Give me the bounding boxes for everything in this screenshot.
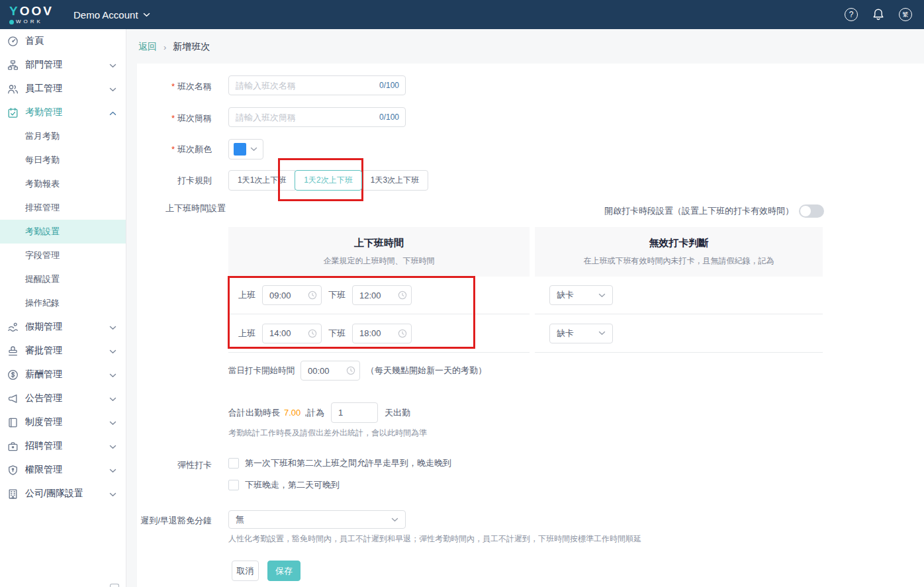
clock-icon bbox=[308, 329, 317, 338]
sidebar-item-company-settings[interactable]: 公司/團隊設置 bbox=[0, 482, 126, 506]
punch-period-toggle[interactable] bbox=[799, 204, 824, 218]
sidebar-item-attendance-settings[interactable]: 考勤設置 bbox=[0, 220, 126, 244]
total-hours-helper: 考勤統計工作時長及請假出差外出統計，會以此時間為準 bbox=[228, 428, 427, 439]
sidebar-item-announcement[interactable]: 公告管理 bbox=[0, 386, 126, 410]
back-link[interactable]: 返回 bbox=[138, 41, 157, 53]
sidebar-item-daily-attendance[interactable]: 每日考勤 bbox=[0, 148, 126, 172]
punch-rule-option-1[interactable]: 1天1次上下班 bbox=[228, 170, 295, 191]
punch-period-toggle-row: 開啟打卡時段設置（設置上下班的打卡有效時間） bbox=[490, 204, 824, 218]
account-switcher[interactable]: Demo Account bbox=[73, 9, 150, 21]
sidebar-item-payroll[interactable]: 薪酬管理 bbox=[0, 363, 126, 386]
clock-out-time-field-1[interactable] bbox=[352, 285, 412, 305]
punch-rule-option-3[interactable]: 1天3次上下班 bbox=[361, 170, 428, 191]
sidebar-item-attendance-report[interactable]: 考勤報表 bbox=[0, 172, 126, 196]
sidebar-item-label: 假期管理 bbox=[25, 321, 62, 333]
shift-color-select[interactable] bbox=[228, 139, 263, 159]
chevron-down-icon bbox=[109, 464, 116, 476]
shift-abbr-field[interactable]: 0/100 bbox=[228, 107, 406, 127]
invalid-punch-title: 無效打卡判斷 bbox=[649, 237, 709, 249]
total-hours-middle: ,計為 bbox=[304, 407, 324, 419]
cancel-button[interactable]: 取消 bbox=[232, 561, 259, 581]
yoov-work-logo: YOOV WORK bbox=[0, 5, 63, 24]
invalid-punch-column: 無效打卡判斷 在上班或下班有效時間內未打卡，且無請假紀錄，記為 缺卡 缺卡 bbox=[535, 227, 823, 353]
shift-name-counter: 0/100 bbox=[379, 81, 405, 90]
sidebar-item-permissions[interactable]: 權限管理 bbox=[0, 458, 126, 482]
punch-rule-group: 1天1次上下班 1天2次上下班 1天3次上下班 bbox=[228, 170, 428, 191]
clock-in-time-field-2[interactable] bbox=[262, 324, 322, 343]
sidebar-item-policy[interactable]: 制度管理 bbox=[0, 410, 126, 434]
logo-letter: Y bbox=[9, 4, 20, 18]
sidebar-item-recruitment[interactable]: 招聘管理 bbox=[0, 434, 126, 458]
stamp-icon bbox=[7, 345, 19, 357]
days-count-field[interactable] bbox=[331, 402, 378, 423]
work-time-section-label: 上下班時間設置 bbox=[165, 203, 226, 214]
sidebar-item-shift-management[interactable]: 排班管理 bbox=[0, 196, 126, 220]
chevron-down-icon bbox=[109, 59, 116, 71]
book-icon bbox=[7, 417, 19, 428]
clock-in-label: 上班 bbox=[238, 328, 255, 339]
day-start-hint: （每天幾點開始新一天的考勤） bbox=[366, 365, 486, 377]
chevron-down-icon bbox=[109, 321, 116, 333]
chevron-down-icon bbox=[109, 392, 116, 404]
sidebar-item-label: 制度管理 bbox=[25, 416, 62, 428]
sidebar-item-department[interactable]: 部門管理 bbox=[0, 53, 126, 77]
punch-rule-option-2-selected[interactable]: 1天2次上下班 bbox=[295, 170, 361, 191]
megaphone-icon bbox=[7, 393, 19, 404]
flexible-option-1-label: 第一次下班和第二次上班之間允許早走早到，晚走晚到 bbox=[245, 457, 451, 469]
page-title: 新增班次 bbox=[173, 41, 210, 53]
total-hours-prefix: 合計出勤時長 bbox=[228, 407, 280, 419]
language-switch-icon[interactable]: 繁 bbox=[899, 8, 912, 21]
help-icon[interactable]: ? bbox=[845, 8, 858, 21]
day-start-field[interactable] bbox=[300, 361, 360, 381]
flexible-checkbox-2[interactable] bbox=[228, 480, 239, 490]
grace-minutes-label: 遲到/早退豁免分鐘 bbox=[119, 515, 212, 527]
chevron-down-icon bbox=[391, 518, 398, 522]
sidebar-item-reminder-settings[interactable]: 提醒設置 bbox=[0, 267, 126, 291]
sidebar-item-employee[interactable]: 員工管理 bbox=[0, 77, 126, 101]
chevron-down-icon bbox=[143, 13, 150, 17]
invalid-punch-header: 無效打卡判斷 在上班或下班有效時間內未打卡，且無請假紀錄，記為 bbox=[535, 227, 823, 277]
briefcase-icon bbox=[7, 441, 19, 452]
clock-out-label: 下班 bbox=[328, 289, 346, 301]
invalid-punch-select-2[interactable]: 缺卡 bbox=[549, 324, 613, 343]
chevron-down-icon bbox=[109, 440, 116, 452]
invalid-punch-select-1[interactable]: 缺卡 bbox=[549, 285, 613, 305]
notification-bell-icon[interactable] bbox=[872, 8, 884, 21]
punch-period-toggle-label: 開啟打卡時段設置（設置上下班的打卡有效時間） bbox=[604, 205, 794, 217]
shift-name-input[interactable] bbox=[229, 76, 379, 95]
shift-abbr-input[interactable] bbox=[229, 108, 379, 126]
toggle-knob bbox=[800, 206, 811, 216]
building-icon bbox=[7, 488, 19, 500]
sidebar-item-field-management[interactable]: 字段管理 bbox=[0, 244, 126, 267]
flexible-checkbox-1[interactable] bbox=[228, 458, 239, 469]
save-button[interactable]: 保存 bbox=[267, 561, 300, 581]
day-start-row: 當日打卡開始時間 （每天幾點開始新一天的考勤） bbox=[228, 361, 486, 381]
clock-in-time-field-1[interactable] bbox=[262, 285, 322, 305]
logo-dot-icon bbox=[9, 20, 14, 24]
clock-out-time-field-2[interactable] bbox=[352, 324, 412, 343]
grace-minutes-select[interactable]: 無 bbox=[228, 510, 406, 529]
sidebar-item-label: 薪酬管理 bbox=[25, 369, 62, 381]
calendar-check-icon bbox=[7, 107, 19, 118]
time-row-2: 上班 下班 bbox=[228, 314, 530, 353]
chevron-down-icon bbox=[598, 293, 606, 298]
shift-color-label: 班次顏色 bbox=[132, 144, 212, 156]
sidebar-item-attendance[interactable]: 考勤管理 bbox=[0, 101, 126, 124]
chevron-down-icon bbox=[109, 369, 116, 381]
sidebar-item-operation-log[interactable]: 操作紀錄 bbox=[0, 291, 126, 315]
work-time-column: 上下班時間 企業規定的上班時間、下班時間 上班 下班 上班 下班 bbox=[228, 227, 530, 353]
home-icon bbox=[7, 36, 19, 47]
sidebar-item-leave[interactable]: 假期管理 bbox=[0, 315, 126, 339]
day-start-label: 當日打卡開始時間 bbox=[228, 365, 295, 377]
sidebar-item-month-attendance[interactable]: 當月考勤 bbox=[0, 124, 126, 148]
flexible-option-2-label: 下班晚走，第二天可晚到 bbox=[245, 479, 340, 491]
sidebar-item-home[interactable]: 首頁 bbox=[0, 29, 126, 53]
chevron-down-icon bbox=[109, 345, 116, 357]
breadcrumb-separator: › bbox=[163, 42, 166, 52]
shift-name-field[interactable]: 0/100 bbox=[228, 75, 406, 95]
time-row-1: 上班 下班 bbox=[228, 277, 530, 314]
org-chart-icon bbox=[7, 60, 19, 71]
sidebar-item-label: 員工管理 bbox=[25, 83, 62, 95]
total-hours-row: 合計出勤時長 7.00 ,計為 天出勤 bbox=[228, 402, 410, 423]
sidebar-item-approval[interactable]: 審批管理 bbox=[0, 339, 126, 363]
